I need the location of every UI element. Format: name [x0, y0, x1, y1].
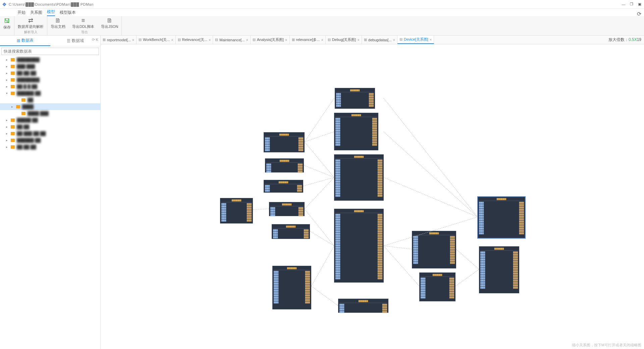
reload-icon[interactable]: ⟳: [637, 11, 641, 17]
entity-box[interactable]: ████████████████████████████████████████…: [419, 272, 455, 301]
entity-box[interactable]: ████████████████████████████████████████: [272, 224, 310, 239]
entity-field: ████████: [335, 171, 382, 173]
tree-item[interactable]: ████ ███: [0, 110, 100, 117]
json-icon: 🗎: [107, 17, 113, 24]
export-ddl-button[interactable]: ≡ 导出DDL脚本: [69, 16, 98, 30]
tab-close-icon[interactable]: ×: [171, 38, 173, 42]
tab-type-icon: ⊞: [364, 38, 367, 42]
entity-box[interactable]: ████████████████████████████████████████…: [220, 198, 253, 223]
tab[interactable]: ⊟Device[关系图]×: [397, 36, 434, 44]
entity-box[interactable]: ████████████████████████████████████████…: [479, 246, 519, 293]
tab-close-icon[interactable]: ×: [393, 38, 395, 42]
export-json-button[interactable]: 🗎 导出JSON: [98, 16, 121, 30]
tree-item[interactable]: ▸██████ ██: [0, 137, 100, 144]
sidebar-refresh[interactable]: ⟳ K: [92, 38, 98, 42]
tab[interactable]: ⊟Analysis[关系图]×: [251, 36, 290, 44]
tab-close-icon[interactable]: ×: [285, 38, 287, 42]
entity-field: ████████: [335, 141, 377, 144]
entity-field: ████████: [479, 213, 524, 216]
entity-title: ████████: [339, 300, 387, 303]
folder-icon: [11, 132, 15, 135]
entity-field: ████████: [421, 282, 454, 285]
menu-relation[interactable]: 关系图: [30, 10, 42, 15]
tab[interactable]: ⊞debugdatas[...×: [362, 36, 397, 44]
entity-field: ████████: [265, 144, 303, 147]
entity-box[interactable]: ████████████████████████████████████████…: [478, 197, 525, 238]
tab-close-icon[interactable]: ×: [430, 38, 432, 42]
tab-close-icon[interactable]: ×: [132, 38, 134, 42]
tree-item[interactable]: ▸██ ██ ██: [0, 144, 100, 150]
entity-field: ████████: [335, 122, 377, 125]
zoom-info: 放大倍数：0.5X19: [608, 37, 641, 43]
entity-field: ████████: [335, 277, 382, 280]
tab[interactable]: ⊟Maintenance[...×: [213, 36, 251, 44]
tree-item[interactable]: ▾██████ ██: [0, 90, 100, 97]
entity-field: ████████: [335, 178, 382, 181]
tree-item[interactable]: ▸██ █ █ ██: [0, 83, 100, 90]
entity-field: ████████: [335, 223, 382, 226]
entity-field: ████████: [335, 265, 382, 268]
entity-field: ████████: [270, 214, 303, 216]
entity-field: ████████: [335, 166, 382, 169]
tab[interactable]: ⊞relevance[多...×: [290, 36, 326, 44]
menu-start[interactable]: 开始: [17, 10, 25, 15]
tab-close-icon[interactable]: ×: [246, 38, 248, 42]
connection-line: [311, 286, 338, 306]
tab-close-icon[interactable]: ×: [209, 38, 211, 42]
entity-field: ████████: [274, 276, 310, 278]
tab[interactable]: ⊟Relevance[关...×: [176, 36, 213, 44]
close-button[interactable]: ▣: [637, 2, 642, 7]
menu-model[interactable]: 模型: [47, 9, 55, 16]
entity-box[interactable]: ████████████████████████████████████████…: [264, 132, 305, 152]
entity-field: ████████: [335, 195, 382, 197]
tree-item[interactable]: ▸████████: [0, 77, 100, 83]
tree-item[interactable]: ▸████████: [0, 56, 100, 63]
tab[interactable]: ⊟Debug[关系图]×: [326, 36, 362, 44]
entity-box[interactable]: ████████████████████████████████████████…: [272, 266, 311, 309]
entity-box[interactable]: ████████████████████████████████████████: [338, 299, 388, 313]
tab-label: debugdatas[...: [368, 38, 392, 42]
minimize-button[interactable]: —: [621, 2, 626, 7]
tree-item[interactable]: ▸██ ██: [0, 123, 100, 130]
search-input[interactable]: [1, 48, 99, 55]
tree-item[interactable]: ▸████: [0, 103, 100, 110]
tab-close-icon[interactable]: ×: [321, 38, 323, 42]
tree-item[interactable]: ▸██ ███ ██ ██: [0, 130, 100, 137]
tree-item[interactable]: ▸█████ ██: [0, 117, 100, 123]
entity-field: ████████: [335, 159, 382, 162]
entity-field: ████████: [273, 234, 309, 236]
export-doc-button[interactable]: 🗎 导出文档: [47, 16, 69, 30]
menu-version[interactable]: 模型版本: [60, 10, 76, 15]
tab[interactable]: ⊟WorkBench[关...×: [137, 36, 175, 44]
tree-item[interactable]: ▸██ ██ ██: [0, 70, 100, 77]
entity-box[interactable]: ████████████████████████████████████████…: [412, 231, 456, 268]
entity-field: ████████: [336, 102, 374, 105]
entity-title: ████████: [335, 210, 382, 213]
entity-box[interactable]: ████████████████████████████████████████…: [334, 154, 384, 201]
entity-box[interactable]: ████████████████████████████████████████: [269, 202, 305, 216]
reverse-db-button[interactable]: ⇄ 数据库逆向解析: [14, 16, 47, 30]
table-icon: ⊞: [17, 38, 20, 43]
entity-box[interactable]: ████████████████████████████████████████…: [335, 88, 375, 109]
entity-field: ████████: [339, 311, 387, 313]
tree-item[interactable]: ██: [0, 97, 100, 103]
entity-field: ████████: [479, 218, 524, 220]
save-button[interactable]: 🖫 保存: [0, 17, 14, 31]
tab-close-icon[interactable]: ×: [357, 38, 359, 42]
reverse-label: 数据库逆向解析: [18, 24, 44, 29]
entity-box[interactable]: ████████████████████████████████████████…: [334, 113, 378, 150]
entity-field: ████████: [339, 308, 387, 311]
maximize-button[interactable]: ❐: [629, 2, 634, 7]
entity-field: ████████: [421, 278, 454, 280]
sidebar-tab-tables[interactable]: ⊞ 数据表: [0, 36, 50, 46]
diagram-canvas[interactable]: 缩小关系图，按下M可打开或者关闭缩略图 ████████████████████…: [101, 44, 644, 349]
tree-item[interactable]: ▸███ ███: [0, 63, 100, 70]
connection-line: [304, 142, 334, 178]
folder-icon: [11, 145, 15, 149]
entity-box[interactable]: ████████████████████████████████████████: [265, 158, 304, 172]
entity-field: ████████: [339, 306, 387, 308]
tab[interactable]: ⊞reportmodel[...×: [101, 36, 137, 44]
tree-item-label: ████ ███: [28, 111, 49, 116]
entity-box[interactable]: ████████████████████████████████████████…: [334, 209, 384, 283]
entity-box[interactable]: ████████████████████████████████: [264, 180, 303, 193]
